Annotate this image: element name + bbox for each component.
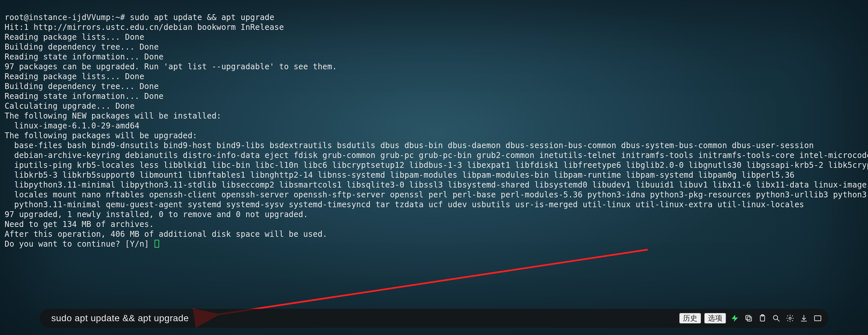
copy-icon[interactable]: [744, 314, 753, 323]
bolt-icon[interactable]: [731, 314, 739, 323]
term-line: After this operation, 406 MB of addition…: [5, 230, 328, 239]
term-line: libpython3.11-minimal libpython3.11-stdl…: [5, 180, 868, 190]
term-line: iputils-ping krb5-locales less libblkid1…: [5, 161, 868, 170]
history-button[interactable]: 历史: [679, 313, 701, 324]
term-line: Need to get 134 MB of archives.: [5, 220, 154, 229]
svg-rect-3: [747, 317, 752, 321]
terminal-cursor: [155, 240, 159, 248]
download-icon[interactable]: [800, 314, 808, 323]
options-button[interactable]: 选项: [704, 313, 726, 324]
term-line: Reading package lists... Done: [5, 33, 144, 42]
svg-marker-2: [732, 315, 738, 322]
toolbar-icons: [731, 314, 822, 323]
shell-prompt: root@instance-ijdVVump:~#: [5, 13, 130, 22]
term-line: The following NEW packages will be insta…: [5, 111, 221, 121]
term-line: locales mount nano nftables openssh-clie…: [5, 190, 868, 199]
term-line: python3.11-minimal qemu-guest-agent syst…: [5, 200, 804, 209]
command-input[interactable]: [51, 313, 679, 324]
svg-line-8: [777, 319, 780, 322]
term-line: Reading package lists... Done: [5, 72, 144, 81]
term-line: Building dependency tree... Done: [5, 42, 159, 52]
term-line: Calculating upgrade... Done: [5, 101, 135, 111]
term-line: Reading state information... Done: [5, 92, 163, 101]
term-line: Building dependency tree... Done: [5, 82, 159, 91]
svg-rect-10: [814, 315, 821, 321]
clipboard-paste-icon[interactable]: [758, 314, 767, 323]
svg-point-9: [789, 317, 792, 320]
fullscreen-icon[interactable]: [813, 314, 822, 323]
bar-button-group: 历史 选项: [679, 313, 726, 324]
term-line: Do you want to continue? [Y/n]: [5, 239, 154, 248]
term-line: Hit:1 http://mirrors.ustc.edu.cn/debian …: [5, 23, 284, 32]
svg-point-7: [773, 315, 778, 320]
term-line: linux-image-6.1.0-29-amd64: [5, 121, 140, 130]
term-line: 97 upgraded, 1 newly installed, 0 to rem…: [5, 210, 308, 219]
term-line: debian-archive-keyring debianutils distr…: [5, 151, 868, 160]
command-bar: 历史 选项: [39, 309, 829, 328]
search-icon[interactable]: [772, 314, 780, 323]
term-line: base-files bash bind9-dnsutils bind9-hos…: [5, 141, 814, 150]
terminal-output[interactable]: root@instance-ijdVVump:~# sudo apt updat…: [5, 3, 863, 249]
term-line: libkrb5-3 libkrb5support0 libmount1 libn…: [5, 170, 794, 180]
term-line: Reading state information... Done: [5, 52, 163, 61]
term-line: The following packages will be upgraded:: [5, 131, 197, 140]
gear-icon[interactable]: [786, 314, 794, 323]
term-line: 97 packages can be upgraded. Run 'apt li…: [5, 62, 337, 71]
shell-command: sudo apt update && apt upgrade: [130, 13, 274, 22]
svg-rect-4: [746, 315, 750, 320]
